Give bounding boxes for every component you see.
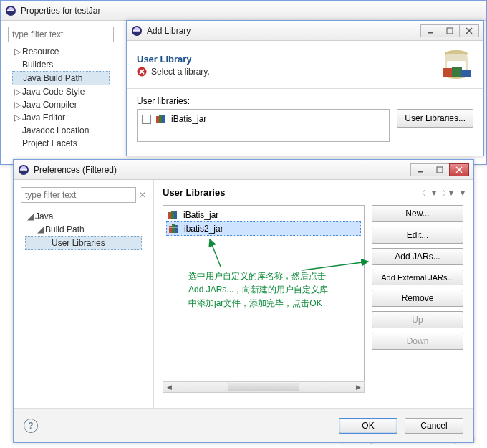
edit-button[interactable]: Edit... bbox=[372, 227, 463, 244]
svg-rect-16 bbox=[418, 171, 423, 173]
libraries-list[interactable]: iBatis_jar ibatis2_jar bbox=[163, 205, 365, 381]
library-checkbox[interactable] bbox=[142, 115, 151, 124]
tree-item-resource[interactable]: ▷Resource bbox=[12, 45, 110, 58]
tree-item-java-code-style[interactable]: ▷Java Code Style bbox=[12, 85, 110, 98]
tree-item-build-path[interactable]: ◢Build Path bbox=[25, 223, 142, 236]
books-icon bbox=[168, 210, 179, 220]
add-jars-button[interactable]: Add JARs... bbox=[372, 248, 463, 265]
new-button[interactable]: New... bbox=[372, 205, 463, 222]
svg-rect-15 bbox=[447, 28, 453, 34]
eclipse-icon bbox=[18, 164, 29, 176]
books-icon bbox=[155, 114, 167, 124]
tree-item-java-editor[interactable]: ▷Java Editor bbox=[12, 111, 110, 124]
preferences-titlebar[interactable]: Preferences (Filtered) bbox=[14, 160, 473, 180]
scroll-thumb[interactable] bbox=[228, 383, 299, 391]
preferences-window: Preferences (Filtered) ✕ ◢Java ◢Build Pa… bbox=[13, 159, 474, 443]
tree-item-java-compiler[interactable]: ▷Java Compiler bbox=[12, 98, 110, 111]
tree-item-project-facets[interactable]: Project Facets bbox=[12, 137, 110, 150]
library-row-ibatis[interactable]: iBatis_jar bbox=[166, 209, 361, 221]
user-libraries-label: User libraries: bbox=[137, 96, 473, 106]
maximize-button[interactable] bbox=[440, 24, 460, 37]
up-button[interactable]: Up bbox=[372, 311, 463, 328]
jar-icon bbox=[439, 48, 473, 82]
cancel-button[interactable]: Cancel bbox=[405, 418, 463, 434]
remove-button[interactable]: Remove bbox=[372, 290, 463, 307]
properties-title: Properties for testJar bbox=[21, 6, 482, 16]
preferences-footer: ? OK Cancel bbox=[14, 408, 473, 442]
add-library-window: Add Library User Library Select a librar… bbox=[126, 20, 484, 156]
scroll-right-arrow[interactable]: ▶ bbox=[352, 382, 364, 392]
horizontal-scrollbar[interactable]: ◀ ▶ bbox=[163, 381, 365, 393]
panel-title: User Libraries bbox=[163, 187, 422, 198]
preferences-filter-input[interactable] bbox=[21, 187, 136, 203]
close-button[interactable] bbox=[449, 163, 469, 176]
user-libraries-list[interactable]: iBatis_jar bbox=[137, 109, 390, 142]
library-row[interactable]: iBatis_jar bbox=[140, 113, 386, 125]
preferences-title: Preferences (Filtered) bbox=[34, 165, 411, 175]
error-text: Select a library. bbox=[151, 67, 210, 77]
svg-rect-14 bbox=[428, 32, 433, 34]
properties-titlebar[interactable]: Properties for testJar bbox=[1, 1, 486, 21]
minimize-button[interactable] bbox=[420, 24, 440, 37]
error-icon bbox=[137, 67, 147, 77]
close-button[interactable] bbox=[459, 24, 479, 37]
tree-item-javadoc-location[interactable]: Javadoc Location bbox=[12, 124, 110, 137]
properties-tree: ▷Resource Builders Java Build Path ▷Java… bbox=[8, 42, 114, 153]
tree-item-java-build-path[interactable]: Java Build Path bbox=[12, 71, 110, 85]
help-icon[interactable]: ? bbox=[24, 419, 38, 433]
add-library-title: Add Library bbox=[147, 26, 421, 36]
tree-item-builders[interactable]: Builders bbox=[12, 58, 110, 71]
tree-item-java[interactable]: ◢Java bbox=[25, 210, 142, 223]
books-icon bbox=[168, 224, 180, 234]
clear-filter-icon[interactable]: ✕ bbox=[139, 190, 146, 200]
maximize-button[interactable] bbox=[430, 163, 450, 176]
ok-button[interactable]: OK bbox=[339, 418, 397, 434]
add-library-header: User Library bbox=[137, 54, 429, 65]
user-libraries-button[interactable]: User Libraries... bbox=[397, 109, 473, 128]
down-button[interactable]: Down bbox=[372, 333, 463, 350]
scroll-left-arrow[interactable]: ◀ bbox=[163, 382, 175, 392]
eclipse-icon bbox=[131, 25, 143, 37]
nav-breadcrumb[interactable]: ▾ ▾ ▾ bbox=[422, 188, 465, 198]
library-row-ibatis2[interactable]: ibatis2_jar bbox=[166, 221, 361, 236]
tree-item-user-libraries[interactable]: User Libraries bbox=[25, 236, 142, 250]
add-external-jars-button[interactable]: Add External JARs... bbox=[372, 270, 463, 285]
eclipse-icon bbox=[5, 5, 16, 16]
svg-rect-17 bbox=[437, 167, 443, 173]
properties-filter-input[interactable] bbox=[8, 27, 114, 42]
minimize-button[interactable] bbox=[410, 163, 430, 176]
add-library-titlebar[interactable]: Add Library bbox=[127, 21, 483, 41]
